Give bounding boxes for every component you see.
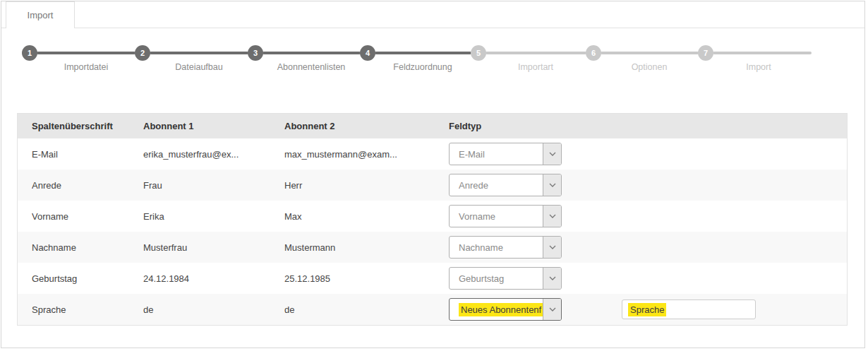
table-row: Vorname Erika Max Vorname bbox=[18, 201, 847, 232]
step-circle-1[interactable]: 1 bbox=[22, 45, 37, 61]
cell-subscriber2: max_mustermann@exam... bbox=[284, 149, 449, 160]
cell-column-header: Nachname bbox=[32, 242, 143, 253]
table-row: Nachname Musterfrau Mustermann Nachname bbox=[18, 232, 847, 263]
header-abonnent-1: Abonnent 1 bbox=[143, 121, 284, 131]
chevron-down-icon bbox=[543, 143, 561, 165]
step-label-optionen: Optionen bbox=[589, 62, 709, 72]
highlighted-input-text: Sprache bbox=[628, 303, 666, 316]
cell-subscriber1: de bbox=[143, 304, 284, 315]
cell-column-header: E-Mail bbox=[32, 149, 143, 160]
chevron-down-icon bbox=[543, 206, 561, 227]
step-segment-6-7 bbox=[601, 52, 699, 54]
fieldtype-select-geburtstag[interactable]: Geburtstag bbox=[449, 267, 562, 290]
header-abonnent-2: Abonnent 2 bbox=[284, 121, 449, 131]
tab-import[interactable]: Import bbox=[6, 1, 75, 28]
fieldtype-select-vorname[interactable]: Vorname bbox=[449, 205, 562, 227]
cell-subscriber1: erika_musterfrau@ex... bbox=[143, 149, 284, 160]
step-label-abonnentenlisten: Abonnentenlisten bbox=[251, 62, 371, 72]
cell-subscriber1: 24.12.1984 bbox=[143, 273, 284, 284]
step-label-import: Import bbox=[699, 62, 819, 72]
fieldtype-select-sprache[interactable]: Neues Abonnentenf bbox=[449, 298, 562, 321]
cell-subscriber2: Herr bbox=[284, 180, 449, 191]
cell-column-header: Anrede bbox=[32, 180, 143, 191]
step-segment-1-2 bbox=[37, 52, 135, 54]
chevron-down-icon bbox=[543, 299, 561, 320]
chevron-down-icon bbox=[543, 237, 561, 258]
step-number: 4 bbox=[366, 49, 370, 57]
new-field-name-input[interactable]: Sprache bbox=[622, 299, 756, 319]
cell-column-header: Geburtstag bbox=[32, 273, 143, 284]
step-number: 5 bbox=[476, 49, 481, 57]
header-feldtyp: Feldtyp bbox=[449, 121, 847, 131]
step-number: 1 bbox=[28, 49, 32, 57]
cell-column-header: Sprache bbox=[32, 304, 143, 315]
step-segment-5-6 bbox=[486, 52, 586, 54]
step-circle-6: 6 bbox=[586, 45, 601, 61]
tab-import-label: Import bbox=[28, 10, 54, 20]
table-row: Sprache de de Neues Abonnentenf Sprache bbox=[18, 294, 847, 325]
step-segment-4-5 bbox=[375, 52, 471, 54]
tab-bar-divider bbox=[1, 28, 864, 28]
step-circle-2[interactable]: 2 bbox=[135, 45, 150, 61]
fieldtype-select-value: Vorname bbox=[450, 206, 543, 227]
table-header-row: Spaltenüberschrift Abonnent 1 Abonnent 2… bbox=[18, 114, 847, 138]
fieldtype-select-value: Nachname bbox=[450, 237, 543, 258]
cell-subscriber2: de bbox=[284, 304, 449, 315]
cell-subscriber2: Max bbox=[284, 211, 449, 222]
step-label-dateiaufbau: Dateiaufbau bbox=[139, 62, 259, 72]
step-label-feldzuordnung: Feldzuordnung bbox=[363, 62, 483, 72]
step-segment-2-3 bbox=[150, 52, 248, 54]
fieldtype-select-nachname[interactable]: Nachname bbox=[449, 236, 562, 259]
step-label-importdatei: Importdatei bbox=[26, 62, 146, 72]
field-mapping-table: Spaltenüberschrift Abonnent 1 Abonnent 2… bbox=[17, 113, 848, 326]
step-circle-5: 5 bbox=[471, 45, 486, 61]
step-circle-4[interactable]: 4 bbox=[360, 45, 375, 61]
step-circle-7: 7 bbox=[698, 45, 713, 61]
table-row: Geburtstag 24.12.1984 25.12.1985 Geburts… bbox=[18, 263, 847, 294]
step-number: 2 bbox=[140, 49, 145, 57]
cell-subscriber1: Frau bbox=[143, 180, 284, 191]
fieldtype-select-email[interactable]: E-Mail bbox=[449, 143, 562, 165]
cell-subscriber1: Musterfrau bbox=[143, 242, 284, 253]
chevron-down-icon bbox=[543, 268, 561, 289]
import-wizard-panel: Import 1 2 3 4 5 6 7 Importdatei Dateiau… bbox=[1, 1, 865, 348]
step-number: 7 bbox=[704, 49, 708, 57]
fieldtype-select-value: E-Mail bbox=[450, 143, 543, 165]
fieldtype-select-value: Neues Abonnentenf bbox=[450, 299, 543, 320]
header-spaltenueberschrift: Spaltenüberschrift bbox=[32, 121, 143, 131]
table-row: Anrede Frau Herr Anrede bbox=[18, 170, 847, 201]
step-segment-7-end bbox=[713, 52, 812, 54]
step-segment-3-4 bbox=[263, 52, 361, 54]
cell-subscriber2: Mustermann bbox=[284, 242, 449, 253]
highlighted-select-text: Neues Abonnentenf bbox=[459, 303, 543, 316]
chevron-down-icon bbox=[543, 174, 561, 196]
step-circle-3[interactable]: 3 bbox=[248, 45, 263, 61]
tab-bar: Import bbox=[1, 1, 864, 28]
table-row: E-Mail erika_musterfrau@ex... max_muster… bbox=[18, 138, 847, 170]
cell-subscriber1: Erika bbox=[143, 211, 284, 222]
step-number: 6 bbox=[591, 49, 596, 57]
fieldtype-select-value: Anrede bbox=[450, 174, 543, 196]
cell-subscriber2: 25.12.1985 bbox=[284, 273, 449, 284]
step-number: 3 bbox=[253, 49, 258, 57]
step-label-importart: Importart bbox=[476, 62, 596, 72]
fieldtype-select-anrede[interactable]: Anrede bbox=[449, 174, 562, 196]
cell-column-header: Vorname bbox=[32, 211, 143, 222]
fieldtype-select-value: Geburtstag bbox=[450, 268, 543, 289]
